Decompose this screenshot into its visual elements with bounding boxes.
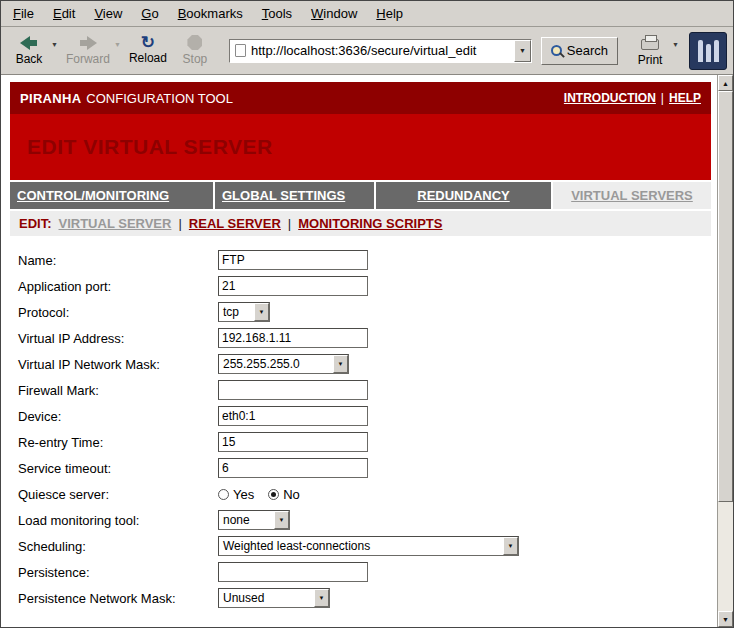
search-icon (551, 45, 562, 56)
url-bar[interactable]: http://localhost:3636/secure/virtual_edi… (229, 39, 532, 63)
search-button[interactable]: Search (541, 37, 618, 65)
menu-go[interactable]: Go (141, 6, 158, 21)
content-area: PIRANHA CONFIGURATION TOOL INTRODUCTION … (1, 75, 733, 627)
subnav-virtual-server-link[interactable]: VIRTUAL SERVER (59, 216, 172, 231)
protocol-label: Protocol: (18, 305, 218, 320)
tab-label: CONTROL/MONITORING (17, 188, 169, 203)
scheduling-label: Scheduling: (18, 539, 218, 554)
firewall-mark-input[interactable] (218, 380, 368, 400)
scheduling-select-value: Weighted least-connections (219, 539, 503, 553)
form-row-virtual-ip: Virtual IP Address: (10, 325, 711, 351)
subnav-monitoring-scripts-link[interactable]: MONITORING SCRIPTS (298, 216, 442, 231)
form-row-application-port: Application port: (10, 273, 711, 299)
virtual-ip-netmask-select[interactable]: 255.255.255.0 ▼ (218, 354, 349, 374)
forward-button[interactable]: Forward (62, 30, 114, 72)
stop-button[interactable]: Stop (173, 30, 217, 72)
application-port-input[interactable] (218, 276, 368, 296)
scroll-down-button[interactable]: ▼ (718, 611, 733, 627)
virtual-ip-netmask-select-value: 255.255.255.0 (219, 357, 333, 371)
link-separator: | (661, 91, 664, 105)
mozilla-logo[interactable] (689, 32, 727, 70)
stop-label: Stop (183, 52, 208, 66)
back-button[interactable]: Back (7, 30, 51, 72)
form-row-device: Device: (10, 403, 711, 429)
menu-edit[interactable]: Edit (53, 6, 75, 21)
url-dropdown-button[interactable]: ▼ (514, 40, 531, 62)
browser-window: File Edit View Go Bookmarks Tools Window… (0, 0, 734, 628)
forward-history-dropdown-icon[interactable]: ▼ (114, 41, 121, 48)
browser-toolbar: Back ▼ Forward ▼ ↻ Reload Stop http://lo… (1, 27, 733, 75)
print-label: Print (638, 53, 663, 67)
tab-label: REDUNDANCY (417, 188, 509, 203)
form-row-name: Name: (10, 247, 711, 273)
menu-file[interactable]: File (13, 6, 34, 21)
scheduling-select[interactable]: Weighted least-connections ▼ (218, 536, 519, 556)
tab-control-monitoring[interactable]: CONTROL/MONITORING (10, 182, 213, 209)
brand-name: PIRANHA (20, 91, 81, 106)
piranha-page: PIRANHA CONFIGURATION TOOL INTRODUCTION … (1, 75, 717, 627)
tab-redundancy[interactable]: REDUNDANCY (376, 182, 551, 209)
chevron-down-icon: ▼ (314, 589, 329, 607)
reentry-time-input[interactable] (218, 432, 368, 452)
subnav-real-server-link[interactable]: REAL SERVER (189, 216, 281, 231)
menu-view[interactable]: View (94, 6, 122, 21)
form-row-reentry-time: Re-entry Time: (10, 429, 711, 455)
load-monitoring-select[interactable]: none ▼ (218, 510, 290, 530)
protocol-select[interactable]: tcp ▼ (218, 302, 270, 322)
menu-bookmarks[interactable]: Bookmarks (178, 6, 243, 21)
application-port-label: Application port: (18, 279, 218, 294)
introduction-link[interactable]: INTRODUCTION (564, 91, 656, 105)
quiesce-no-label: No (283, 487, 300, 502)
quiesce-no-radio[interactable] (268, 489, 279, 500)
subnav-separator: | (288, 216, 291, 231)
chevron-down-icon: ▼ (333, 355, 348, 373)
device-label: Device: (18, 409, 218, 424)
tab-virtual-servers[interactable]: VIRTUAL SERVERS (553, 182, 711, 209)
persistence-label: Persistence: (18, 565, 218, 580)
vertical-scrollbar[interactable]: ▲ ▼ (717, 75, 733, 627)
virtual-server-form: Name: Application port: Protocol: tcp ▼ … (10, 236, 711, 611)
persistence-netmask-select[interactable]: Unused ▼ (218, 588, 330, 608)
virtual-ip-input[interactable] (218, 328, 368, 348)
persistence-netmask-select-value: Unused (219, 591, 314, 605)
logo-bar (698, 40, 703, 62)
scrollbar-track[interactable] (718, 91, 733, 611)
tab-label: VIRTUAL SERVERS (571, 188, 693, 203)
reload-button[interactable]: ↻ Reload (125, 30, 171, 72)
print-button[interactable]: Print (628, 30, 672, 72)
persistence-input[interactable] (218, 562, 368, 582)
help-link[interactable]: HELP (669, 91, 701, 105)
menu-window[interactable]: Window (311, 6, 357, 21)
print-dropdown-icon[interactable]: ▼ (672, 41, 679, 48)
protocol-select-value: tcp (219, 305, 254, 319)
persistence-netmask-label: Persistence Network Mask: (18, 591, 218, 606)
chevron-up-icon: ▲ (722, 80, 729, 87)
tab-global-settings[interactable]: GLOBAL SETTINGS (215, 182, 374, 209)
service-timeout-input[interactable] (218, 458, 368, 478)
brand-subtitle: CONFIGURATION TOOL (86, 91, 233, 106)
form-row-virtual-ip-netmask: Virtual IP Network Mask: 255.255.255.0 ▼ (10, 351, 711, 377)
load-monitoring-label: Load monitoring tool: (18, 513, 218, 528)
url-input[interactable]: http://localhost:3636/secure/virtual_edi… (251, 43, 514, 58)
chevron-down-icon: ▼ (503, 537, 518, 555)
quiesce-yes-radio[interactable] (218, 489, 229, 500)
chevron-down-icon: ▼ (722, 616, 729, 623)
menu-help[interactable]: Help (376, 6, 403, 21)
scrollbar-thumb[interactable] (718, 91, 733, 502)
back-history-dropdown-icon[interactable]: ▼ (51, 41, 58, 48)
form-row-persistence: Persistence: (10, 559, 711, 585)
reentry-time-label: Re-entry Time: (18, 435, 218, 450)
forward-label: Forward (66, 52, 110, 66)
edit-prefix: EDIT: (19, 216, 52, 231)
scroll-up-button[interactable]: ▲ (718, 75, 733, 91)
subnav-bar: EDIT: VIRTUAL SERVER | REAL SERVER | MON… (10, 211, 711, 236)
menu-tools[interactable]: Tools (262, 6, 292, 21)
device-input[interactable] (218, 406, 368, 426)
menu-bar: File Edit View Go Bookmarks Tools Window… (1, 1, 733, 27)
reload-icon: ↻ (141, 36, 155, 50)
quiesce-server-label: Quiesce server: (18, 487, 218, 502)
name-input[interactable] (218, 250, 368, 270)
piranha-header-bar: PIRANHA CONFIGURATION TOOL INTRODUCTION … (10, 82, 711, 114)
back-label: Back (16, 52, 43, 66)
logo-bar (706, 44, 711, 61)
